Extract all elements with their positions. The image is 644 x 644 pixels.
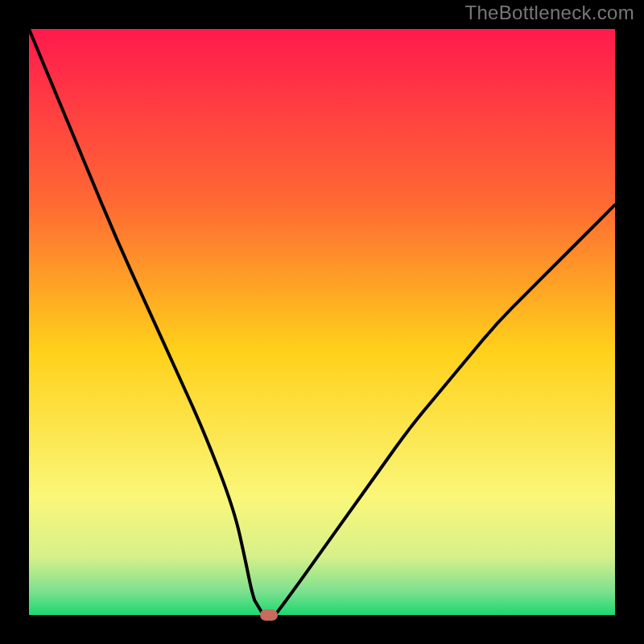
watermark-text: TheBottleneck.com <box>464 2 634 24</box>
optimal-marker <box>260 609 278 621</box>
chart-frame: TheBottleneck.com <box>0 0 644 644</box>
bottleneck-svg <box>29 29 615 615</box>
gradient-bg <box>29 29 615 615</box>
plot-area <box>29 29 615 615</box>
